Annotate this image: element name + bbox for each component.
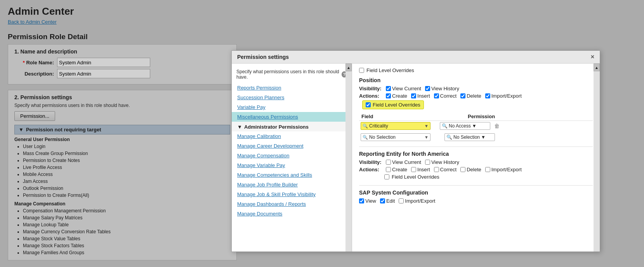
view-current-checkbox[interactable]	[386, 86, 391, 91]
import-export-checkbox[interactable]	[485, 93, 490, 98]
rep-flo-label: Field Level Overrides	[392, 174, 439, 180]
sap-import-export-item: Import/Export	[399, 198, 435, 204]
create-item: Create	[386, 93, 407, 99]
rep-view-current-item: View Current	[386, 159, 421, 165]
nav-scrollbar[interactable]: ▲	[345, 64, 352, 251]
rep-view-history-item: View History	[425, 159, 459, 165]
rep-delete-label: Delete	[467, 167, 481, 172]
flo-highlighted-box: Field Level Overrides	[362, 100, 424, 109]
rep-import-export-label: Import/Export	[491, 167, 522, 172]
nav-item-miscellaneous[interactable]: Miscellaneous Permissions	[232, 112, 352, 122]
permission-modal: Permission settings × Specify what permi…	[231, 50, 600, 252]
rep-correct-checkbox[interactable]	[434, 167, 439, 172]
position-title: Position	[359, 77, 593, 83]
nav-item-manage-variable-pay[interactable]: Manage Variable Pay	[232, 160, 352, 170]
sap-edit-label: Edit	[386, 198, 395, 204]
criticality-field-value: Criticality	[369, 123, 423, 129]
delete-checkbox[interactable]	[460, 93, 465, 98]
nav-item-manage-job-skill[interactable]: Manage Job & Skill Profile Visibility	[232, 189, 352, 199]
perm-nav: Specify what permissions users in this r…	[232, 64, 352, 251]
insert-checkbox[interactable]	[411, 93, 416, 98]
reporting-visibility-row: Visibility: View Current View History	[359, 159, 593, 165]
no-selection-perm-dropdown[interactable]: 🔍 No Selection ▼	[444, 133, 495, 141]
top-field-overrides-row: Field Level Overrides	[359, 67, 593, 73]
nav-scroll-up-btn[interactable]: ▲	[345, 64, 352, 71]
nav-item-manage-documents[interactable]: Manage Documents	[232, 209, 352, 219]
nav-item-manage-job-profile[interactable]: Manage Job Profile Builder	[232, 180, 352, 189]
flo-checkbox[interactable]	[366, 102, 371, 107]
view-current-label: View Current	[392, 86, 421, 91]
position-visibility-row: Visibility: View Current View History	[359, 86, 593, 91]
rep-insert-checkbox[interactable]	[411, 167, 416, 172]
rep-create-checkbox[interactable]	[386, 167, 391, 172]
import-export-label: Import/Export	[491, 93, 522, 99]
rep-view-current-checkbox[interactable]	[386, 160, 391, 165]
rep-delete-checkbox[interactable]	[460, 167, 465, 172]
chevron-down-icon: ▼	[481, 134, 486, 140]
rep-insert-item: Insert	[411, 167, 430, 172]
position-section: Position Visibility: View Current View H…	[359, 77, 593, 141]
detail-scrollbar[interactable]: ▲	[594, 64, 600, 251]
divider1	[359, 146, 593, 147]
delete-row-icon[interactable]: 🗑	[494, 123, 500, 129]
chevron-down-icon: ▼	[424, 135, 429, 140]
no-access-dropdown[interactable]: 🔍 No Access ▼	[440, 122, 490, 130]
sap-title: SAP System Configuration	[359, 189, 593, 196]
modal-title: Permission settings	[237, 54, 289, 60]
rep-import-export-item: Import/Export	[485, 167, 522, 172]
view-history-checkbox[interactable]	[425, 86, 430, 91]
rep-view-history-checkbox[interactable]	[425, 160, 430, 165]
insert-item: Insert	[411, 93, 430, 99]
perm-detail: Field Level Overrides Position Visibilit…	[352, 64, 600, 251]
create-label: Create	[392, 93, 407, 99]
rep-flo-checkbox[interactable]	[384, 174, 389, 179]
no-selection-field-dropdown[interactable]: 🔍 No Selection ▼	[361, 133, 430, 141]
sap-row: View Edit Import/Export	[359, 198, 593, 204]
nav-item-succession[interactable]: Succession Planners	[232, 93, 352, 102]
correct-checkbox[interactable]	[434, 93, 439, 98]
nav-item-manage-calibration[interactable]: Manage Calibration	[232, 131, 352, 141]
delete-label: Delete	[467, 93, 481, 99]
no-selection-row: 🔍 No Selection ▼ 🔍 No Selection ▼	[361, 133, 593, 141]
nav-item-manage-dashboards[interactable]: Manage Dashboards / Reports	[232, 199, 352, 209]
rep-correct-label: Correct	[440, 167, 457, 172]
sap-import-export-label: Import/Export	[405, 198, 435, 204]
view-history-item: View History	[425, 86, 459, 91]
top-field-overrides-label: Field Level Overrides	[366, 67, 414, 73]
import-export-item: Import/Export	[485, 93, 522, 99]
visibility-label: Visibility:	[359, 86, 384, 91]
sap-edit-item: Edit	[380, 198, 395, 204]
no-selection-field-value: No Selection	[369, 134, 423, 140]
reporting-entity-title: Reporting Entity for North America	[359, 151, 593, 157]
rep-import-export-checkbox[interactable]	[485, 167, 490, 172]
rep-flo-row: Field Level Overrides	[384, 174, 593, 180]
nav-item-variable-pay[interactable]: Variable Pay	[232, 102, 352, 112]
sap-view-checkbox[interactable]	[359, 198, 364, 203]
nav-item-manage-competencies[interactable]: Manage Competencies and Skills	[232, 170, 352, 180]
nav-item-reports[interactable]: Reports Permission	[232, 83, 352, 93]
divider2	[359, 185, 593, 186]
criticality-field-dropdown[interactable]: 🔍 Criticality ▼	[361, 122, 430, 130]
modal-body: Specify what permissions users in this r…	[232, 64, 600, 251]
chevron-down-icon: ▼	[424, 124, 429, 128]
sap-edit-checkbox[interactable]	[380, 198, 385, 203]
table-row: 🔍 Criticality ▼ 🔍 No	[359, 121, 593, 131]
sap-import-export-checkbox[interactable]	[399, 198, 404, 203]
chevron-down-icon: ▼	[472, 123, 477, 129]
nav-item-manage-compensation[interactable]: Manage Compensation	[232, 151, 352, 160]
detail-scroll-up-btn[interactable]: ▲	[594, 64, 600, 71]
modal-close-button[interactable]: ×	[591, 53, 594, 60]
modal-header: Permission settings ×	[232, 51, 600, 64]
no-selection-perm-value: No Selection	[453, 134, 480, 140]
rep-insert-label: Insert	[417, 167, 430, 172]
field-table: Field Permission 🔍 Criticality	[359, 112, 593, 131]
top-field-overrides-checkbox[interactable]	[359, 68, 364, 73]
sap-view-label: View	[365, 198, 376, 204]
sap-view-item: View	[359, 198, 376, 204]
chevron-down-icon: ▼	[237, 124, 242, 130]
nav-item-manage-career[interactable]: Manage Career Development	[232, 141, 352, 151]
rep-view-history-label: View History	[431, 159, 459, 165]
create-checkbox[interactable]	[386, 93, 391, 98]
search-icon: 🔍	[442, 123, 448, 129]
reporting-entity-section: Reporting Entity for North America Visib…	[359, 151, 593, 180]
